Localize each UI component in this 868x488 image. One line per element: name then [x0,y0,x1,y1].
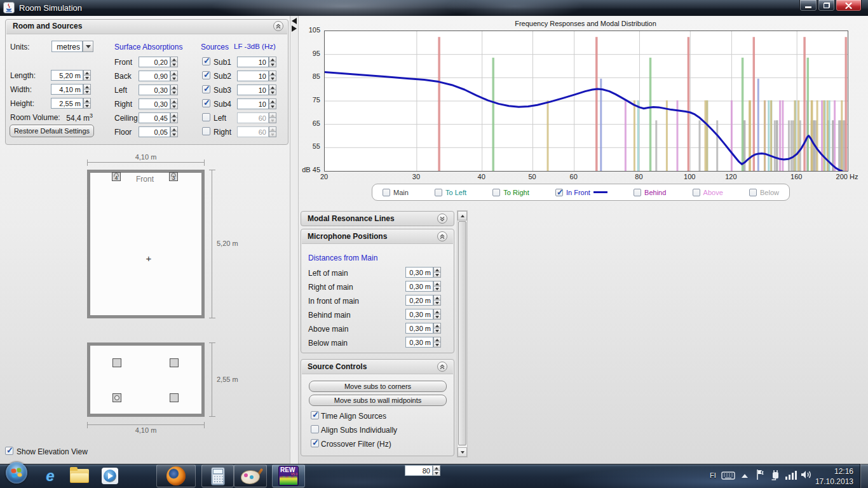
source-checkbox-sub2[interactable] [202,71,210,79]
language-indicator[interactable]: FI [710,471,716,479]
mic-distance-spinner[interactable] [433,309,441,320]
source-checkbox-right[interactable] [202,127,210,135]
mic-distance-spinner[interactable] [433,337,441,348]
keyboard-icon[interactable] [721,471,735,480]
split-pane-divider[interactable] [290,16,299,464]
show-hidden-icons-button[interactable] [742,474,748,478]
media-player-icon[interactable] [102,468,118,484]
legend-checkbox[interactable] [693,189,700,196]
legend-item-below[interactable]: Below [749,189,779,196]
start-button[interactable] [6,462,27,484]
lf-cutoff-spinner[interactable] [269,112,276,123]
mic-distance-spinner[interactable] [433,267,441,278]
sub4-marker[interactable]: 4 [112,172,121,181]
lf-cutoff-field[interactable]: 10 [237,71,269,81]
absorption-field[interactable]: 0,30 [139,98,170,109]
collapse-chevron-icon[interactable] [273,21,283,31]
absorption-spinner[interactable] [170,85,178,95]
units-combobox[interactable]: metres [51,41,83,52]
paint-taskbar-button[interactable] [234,464,267,487]
listening-position-marker[interactable]: + [144,253,153,264]
legend-checkbox[interactable] [555,189,563,196]
legend-item-main[interactable]: Main [383,189,409,196]
lf-cutoff-spinner[interactable] [269,57,276,67]
vertical-scrollbar[interactable] [457,210,468,458]
lf-cutoff-spinner[interactable] [269,126,276,137]
dimension-spinner[interactable] [83,70,91,81]
legend-item-in-front[interactable]: In Front [555,189,607,196]
move-subs-midpoints-button[interactable]: Move subs to wall midpoints [309,395,447,406]
firefox-taskbar-button[interactable] [156,464,196,487]
absorption-spinner[interactable] [170,126,178,137]
absorption-field[interactable]: 0,20 [139,57,170,67]
show-elevation-checkbox[interactable] [5,447,13,455]
source-control-checkbox[interactable] [311,411,319,419]
restore-defaults-button[interactable]: Restore Default Settings [10,125,94,137]
absorption-field[interactable]: 0,05 [139,126,170,137]
power-plug-icon[interactable] [770,470,781,480]
source-checkbox-sub3[interactable] [202,85,210,93]
source-checkbox-sub1[interactable] [202,57,210,65]
sub3-marker[interactable]: 3 [169,172,178,181]
expand-chevron-icon[interactable] [437,214,447,224]
mic-distance-field[interactable]: 0,30 m [405,309,433,320]
source-checkbox-left[interactable] [202,113,210,121]
absorption-spinner[interactable] [170,57,178,67]
show-desktop-button[interactable] [860,464,868,488]
mic-distance-field[interactable]: 0,30 m [405,323,433,334]
absorption-spinner[interactable] [170,71,178,81]
legend-checkbox[interactable] [492,189,500,196]
mic-distance-spinner[interactable] [433,295,441,306]
collapse-chevron-icon[interactable] [437,362,447,372]
crossover-spinner[interactable] [433,465,440,476]
action-center-flag-icon[interactable] [756,469,765,480]
elevation-sub-top-left[interactable] [112,358,121,367]
close-button[interactable] [836,0,862,11]
mic-distance-field[interactable]: 0,30 m [405,281,433,292]
source-checkbox-sub4[interactable] [202,99,210,107]
minimize-button[interactable] [799,0,817,11]
dimension-field[interactable]: 2,55 m [51,98,83,109]
internet-explorer-icon[interactable]: e [39,466,61,486]
lf-cutoff-field[interactable]: 10 [237,85,269,95]
legend-checkbox[interactable] [383,189,390,196]
rew-taskbar-button[interactable]: REWV5.0 [272,464,305,487]
calculator-taskbar-button[interactable] [201,464,234,487]
dimension-field[interactable]: 5,20 m [51,70,83,81]
legend-item-behind[interactable]: Behind [634,189,666,196]
crossover-frequency-field[interactable]: 80 [405,465,433,476]
dimension-field[interactable]: 4,10 m [51,84,83,95]
source-control-checkbox[interactable] [311,425,319,433]
mic-distance-field[interactable]: 0,30 m [405,337,433,348]
lf-cutoff-spinner[interactable] [269,98,276,109]
lf-cutoff-field[interactable]: 10 [237,98,269,109]
absorption-field[interactable]: 0,30 [139,85,170,95]
legend-item-to-left[interactable]: To Left [435,189,466,196]
scroll-up-button[interactable] [458,211,467,220]
lf-cutoff-field[interactable]: 60 [237,112,269,123]
lf-cutoff-field[interactable]: 10 [237,57,269,67]
elevation-sub-bottom-left[interactable] [112,393,121,402]
legend-checkbox[interactable] [634,189,641,196]
legend-checkbox[interactable] [749,189,757,196]
dimension-spinner[interactable] [83,98,91,109]
lf-cutoff-field[interactable]: 60 [237,126,269,137]
absorption-field[interactable]: 0,45 [139,112,170,123]
legend-checkbox[interactable] [435,189,442,196]
lf-cutoff-spinner[interactable] [269,71,276,81]
scrollbar-thumb[interactable] [458,221,466,445]
windows-explorer-icon[interactable] [70,469,89,483]
elevation-sub-bottom-right[interactable] [170,393,179,402]
mic-distance-spinner[interactable] [433,323,441,334]
clock-date[interactable]: 17.10.2013 [794,477,853,486]
absorption-spinner[interactable] [170,112,178,123]
mic-distance-spinner[interactable] [433,281,441,292]
absorption-spinner[interactable] [170,98,178,109]
dimension-spinner[interactable] [83,84,91,95]
mic-distance-field[interactable]: 0,30 m [405,267,433,278]
units-dropdown-button[interactable] [83,41,93,52]
collapse-chevron-icon[interactable] [437,231,447,241]
chart-plot-area[interactable] [324,30,848,172]
lf-cutoff-spinner[interactable] [269,85,276,95]
move-subs-corners-button[interactable]: Move subs to corners [309,381,447,392]
